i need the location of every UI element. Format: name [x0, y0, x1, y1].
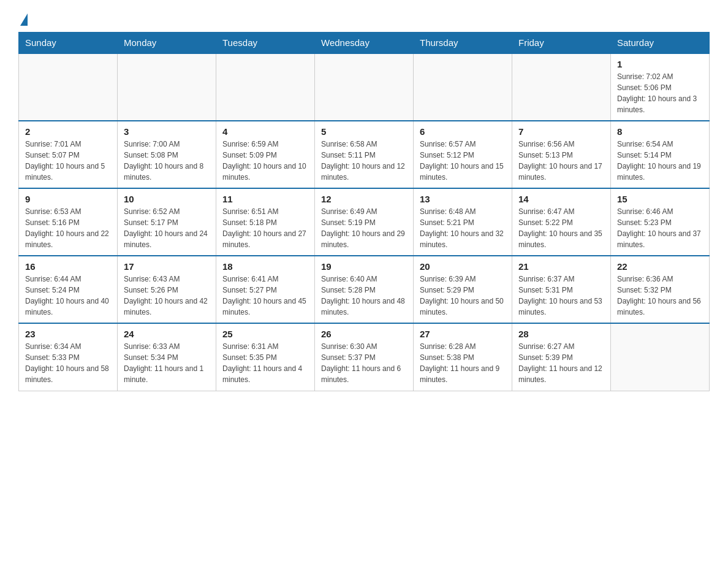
- day-info: Sunrise: 6:27 AMSunset: 5:39 PMDaylight:…: [518, 341, 604, 385]
- day-info: Sunrise: 7:00 AMSunset: 5:08 PMDaylight:…: [124, 139, 210, 183]
- calendar-cell: 28Sunrise: 6:27 AMSunset: 5:39 PMDayligh…: [512, 323, 611, 391]
- calendar-cell: 10Sunrise: 6:52 AMSunset: 5:17 PMDayligh…: [118, 188, 216, 256]
- day-info: Sunrise: 7:02 AMSunset: 5:06 PMDaylight:…: [617, 71, 703, 115]
- calendar-cell: 1Sunrise: 7:02 AMSunset: 5:06 PMDaylight…: [611, 53, 710, 121]
- day-number: 11: [222, 194, 308, 204]
- calendar-cell: 16Sunrise: 6:44 AMSunset: 5:24 PMDayligh…: [19, 256, 118, 323]
- day-info: Sunrise: 6:47 AMSunset: 5:22 PMDaylight:…: [518, 206, 604, 250]
- day-info: Sunrise: 6:41 AMSunset: 5:27 PMDaylight:…: [222, 274, 308, 318]
- day-number: 7: [518, 126, 604, 137]
- day-info: Sunrise: 6:46 AMSunset: 5:23 PMDaylight:…: [617, 206, 703, 250]
- day-number: 6: [420, 126, 506, 137]
- calendar-cell: 18Sunrise: 6:41 AMSunset: 5:27 PMDayligh…: [216, 256, 315, 323]
- weekday-header-sunday: Sunday: [19, 33, 118, 54]
- day-info: Sunrise: 6:52 AMSunset: 5:17 PMDaylight:…: [124, 206, 210, 250]
- day-number: 26: [321, 329, 407, 339]
- calendar-cell: 6Sunrise: 6:57 AMSunset: 5:12 PMDaylight…: [414, 121, 512, 188]
- calendar-cell: 20Sunrise: 6:39 AMSunset: 5:29 PMDayligh…: [414, 256, 512, 323]
- day-number: 14: [518, 194, 604, 204]
- calendar-cell: 5Sunrise: 6:58 AMSunset: 5:11 PMDaylight…: [315, 121, 414, 188]
- day-info: Sunrise: 6:53 AMSunset: 5:16 PMDaylight:…: [25, 206, 111, 250]
- week-row-1: 1Sunrise: 7:02 AMSunset: 5:06 PMDaylight…: [19, 53, 710, 121]
- calendar-cell: [118, 53, 216, 121]
- day-info: Sunrise: 6:56 AMSunset: 5:13 PMDaylight:…: [518, 139, 604, 183]
- day-info: Sunrise: 6:34 AMSunset: 5:33 PMDaylight:…: [25, 341, 111, 385]
- day-number: 15: [617, 194, 703, 204]
- calendar-cell: 8Sunrise: 6:54 AMSunset: 5:14 PMDaylight…: [611, 121, 710, 188]
- calendar-cell: 2Sunrise: 7:01 AMSunset: 5:07 PMDaylight…: [19, 121, 118, 188]
- weekday-header-thursday: Thursday: [414, 33, 512, 54]
- calendar-cell: 19Sunrise: 6:40 AMSunset: 5:28 PMDayligh…: [315, 256, 414, 323]
- day-info: Sunrise: 6:33 AMSunset: 5:34 PMDaylight:…: [124, 341, 210, 385]
- day-number: 13: [420, 194, 506, 204]
- day-number: 4: [222, 126, 308, 137]
- day-number: 12: [321, 194, 407, 204]
- weekday-header-monday: Monday: [118, 33, 216, 54]
- day-info: Sunrise: 6:57 AMSunset: 5:12 PMDaylight:…: [420, 139, 506, 183]
- day-number: 17: [124, 261, 210, 272]
- calendar-cell: 14Sunrise: 6:47 AMSunset: 5:22 PMDayligh…: [512, 188, 611, 256]
- day-number: 2: [25, 126, 111, 137]
- weekday-header-wednesday: Wednesday: [315, 33, 414, 54]
- week-row-5: 23Sunrise: 6:34 AMSunset: 5:33 PMDayligh…: [19, 323, 710, 391]
- day-number: 21: [518, 261, 604, 272]
- day-info: Sunrise: 6:44 AMSunset: 5:24 PMDaylight:…: [25, 274, 111, 318]
- calendar-cell: [414, 53, 512, 121]
- day-info: Sunrise: 6:36 AMSunset: 5:32 PMDaylight:…: [617, 274, 703, 318]
- weekday-header-row: SundayMondayTuesdayWednesdayThursdayFrid…: [19, 33, 710, 54]
- calendar-cell: 24Sunrise: 6:33 AMSunset: 5:34 PMDayligh…: [118, 323, 216, 391]
- calendar-cell: 22Sunrise: 6:36 AMSunset: 5:32 PMDayligh…: [611, 256, 710, 323]
- calendar-cell: 11Sunrise: 6:51 AMSunset: 5:18 PMDayligh…: [216, 188, 315, 256]
- calendar-cell: [315, 53, 414, 121]
- day-number: 10: [124, 194, 210, 204]
- calendar-cell: [512, 53, 611, 121]
- calendar-cell: 9Sunrise: 6:53 AMSunset: 5:16 PMDaylight…: [19, 188, 118, 256]
- calendar-cell: 15Sunrise: 6:46 AMSunset: 5:23 PMDayligh…: [611, 188, 710, 256]
- calendar-cell: 17Sunrise: 6:43 AMSunset: 5:26 PMDayligh…: [118, 256, 216, 323]
- calendar-cell: 23Sunrise: 6:34 AMSunset: 5:33 PMDayligh…: [19, 323, 118, 391]
- day-number: 22: [617, 261, 703, 272]
- week-row-3: 9Sunrise: 6:53 AMSunset: 5:16 PMDaylight…: [19, 188, 710, 256]
- day-number: 18: [222, 261, 308, 272]
- day-info: Sunrise: 6:51 AMSunset: 5:18 PMDaylight:…: [222, 206, 308, 250]
- day-info: Sunrise: 6:39 AMSunset: 5:29 PMDaylight:…: [420, 274, 506, 318]
- calendar-cell: 4Sunrise: 6:59 AMSunset: 5:09 PMDaylight…: [216, 121, 315, 188]
- calendar-cell: 26Sunrise: 6:30 AMSunset: 5:37 PMDayligh…: [315, 323, 414, 391]
- day-info: Sunrise: 6:31 AMSunset: 5:35 PMDaylight:…: [222, 341, 308, 385]
- day-number: 23: [25, 329, 111, 339]
- calendar-table: SundayMondayTuesdayWednesdayThursdayFrid…: [18, 32, 710, 391]
- calendar-cell: 12Sunrise: 6:49 AMSunset: 5:19 PMDayligh…: [315, 188, 414, 256]
- day-number: 20: [420, 261, 506, 272]
- day-info: Sunrise: 6:28 AMSunset: 5:38 PMDaylight:…: [420, 341, 506, 385]
- calendar-cell: 3Sunrise: 7:00 AMSunset: 5:08 PMDaylight…: [118, 121, 216, 188]
- day-info: Sunrise: 6:48 AMSunset: 5:21 PMDaylight:…: [420, 206, 506, 250]
- day-number: 9: [25, 194, 111, 204]
- calendar-cell: [611, 323, 710, 391]
- day-number: 3: [124, 126, 210, 137]
- day-number: 1: [617, 59, 703, 69]
- page-header: [18, 12, 710, 26]
- calendar-cell: 21Sunrise: 6:37 AMSunset: 5:31 PMDayligh…: [512, 256, 611, 323]
- day-info: Sunrise: 6:40 AMSunset: 5:28 PMDaylight:…: [321, 274, 407, 318]
- day-number: 19: [321, 261, 407, 272]
- logo: [18, 12, 28, 26]
- day-number: 28: [518, 329, 604, 339]
- day-number: 8: [617, 126, 703, 137]
- week-row-4: 16Sunrise: 6:44 AMSunset: 5:24 PMDayligh…: [19, 256, 710, 323]
- weekday-header-friday: Friday: [512, 33, 611, 54]
- day-info: Sunrise: 6:58 AMSunset: 5:11 PMDaylight:…: [321, 139, 407, 183]
- day-info: Sunrise: 6:37 AMSunset: 5:31 PMDaylight:…: [518, 274, 604, 318]
- calendar-cell: [216, 53, 315, 121]
- day-number: 27: [420, 329, 506, 339]
- logo-triangle-icon: [20, 13, 28, 26]
- calendar-cell: 7Sunrise: 6:56 AMSunset: 5:13 PMDaylight…: [512, 121, 611, 188]
- weekday-header-saturday: Saturday: [611, 33, 710, 54]
- week-row-2: 2Sunrise: 7:01 AMSunset: 5:07 PMDaylight…: [19, 121, 710, 188]
- day-info: Sunrise: 7:01 AMSunset: 5:07 PMDaylight:…: [25, 139, 111, 183]
- day-info: Sunrise: 6:49 AMSunset: 5:19 PMDaylight:…: [321, 206, 407, 250]
- day-info: Sunrise: 6:30 AMSunset: 5:37 PMDaylight:…: [321, 341, 407, 385]
- day-number: 25: [222, 329, 308, 339]
- calendar-cell: 25Sunrise: 6:31 AMSunset: 5:35 PMDayligh…: [216, 323, 315, 391]
- day-info: Sunrise: 6:59 AMSunset: 5:09 PMDaylight:…: [222, 139, 308, 183]
- day-number: 5: [321, 126, 407, 137]
